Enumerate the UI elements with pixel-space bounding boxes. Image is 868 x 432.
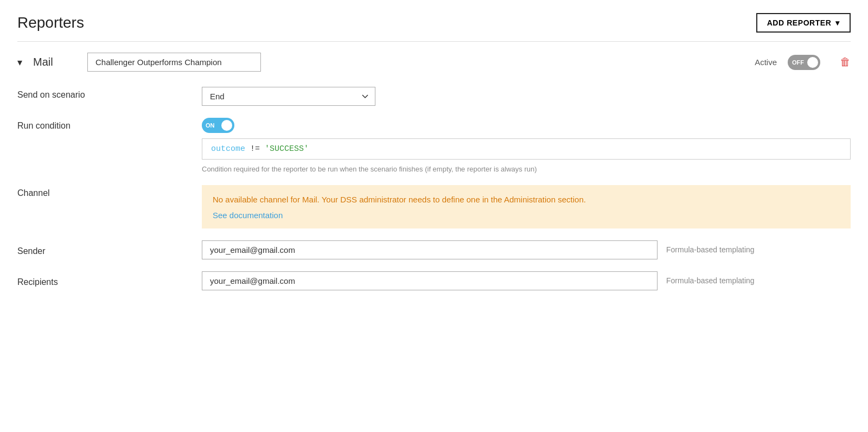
header-divider <box>17 41 851 42</box>
channel-doc-link[interactable]: See documentation <box>213 211 283 220</box>
condition-value: 'SUCCESS' <box>265 144 309 154</box>
condition-code-block: outcome != 'SUCCESS' <box>202 138 851 160</box>
recipients-label: Recipients <box>17 274 202 287</box>
run-condition-toggle-wrapper[interactable]: ON <box>202 118 851 133</box>
recipients-row: Recipients Formula-based templating <box>17 271 851 290</box>
sender-formula-label: Formula-based templating <box>666 245 755 254</box>
send-on-scenario-select[interactable]: End Start Always <box>202 87 375 106</box>
sender-label: Sender <box>17 243 202 256</box>
active-label: Active <box>755 58 777 67</box>
page-container: Reporters ADD REPORTER ▾ ▾ Mail Active O… <box>0 0 868 432</box>
condition-operator: != <box>250 144 265 154</box>
condition-keyword: outcome <box>211 144 245 154</box>
run-condition-content: ON outcome != 'SUCCESS' Condition requir… <box>202 118 851 173</box>
recipients-input-group: Formula-based templating <box>202 271 851 290</box>
collapse-chevron-icon[interactable]: ▾ <box>17 56 22 68</box>
channel-label: Channel <box>17 185 202 198</box>
toggle-off-label: OFF <box>792 59 804 66</box>
channel-row: Channel No available channel for Mail. Y… <box>17 185 851 228</box>
run-condition-toggle-label: ON <box>206 122 215 129</box>
send-on-scenario-label: Send on scenario <box>17 87 202 100</box>
page-header: Reporters ADD REPORTER ▾ <box>17 13 851 33</box>
mail-type-label: Mail <box>33 56 76 68</box>
channel-warning-box: No available channel for Mail. Your DSS … <box>202 185 851 228</box>
run-condition-label: Run condition <box>17 118 202 131</box>
mail-name-input[interactable] <box>87 53 261 72</box>
send-on-scenario-content: End Start Always <box>202 87 851 106</box>
toggle-knob <box>807 57 818 68</box>
sender-input[interactable] <box>202 240 658 259</box>
sender-input-group: Formula-based templating <box>202 240 851 259</box>
condition-hint-text: Condition required for the reporter to b… <box>202 165 851 173</box>
page-title: Reporters <box>17 14 84 31</box>
channel-content: No available channel for Mail. Your DSS … <box>202 185 851 228</box>
sender-row: Sender Formula-based templating <box>17 240 851 259</box>
run-condition-toggle[interactable]: ON <box>202 118 234 133</box>
run-condition-toggle-knob <box>221 120 232 131</box>
channel-warning-text: No available channel for Mail. Your DSS … <box>213 194 840 206</box>
recipients-input[interactable] <box>202 271 658 290</box>
add-reporter-button[interactable]: ADD REPORTER ▾ <box>756 13 851 33</box>
send-on-scenario-row: Send on scenario End Start Always <box>17 87 851 106</box>
run-condition-row: Run condition ON outcome != 'SUCCESS' Co… <box>17 118 851 173</box>
mail-section-header: ▾ Mail Active OFF 🗑 <box>17 53 851 72</box>
active-toggle[interactable]: OFF <box>788 55 820 70</box>
dropdown-arrow-icon: ▾ <box>835 18 840 27</box>
active-toggle-wrapper[interactable]: OFF <box>788 55 820 70</box>
recipients-formula-label: Formula-based templating <box>666 276 755 285</box>
form-section: Send on scenario End Start Always Run co… <box>17 87 851 290</box>
delete-reporter-icon[interactable]: 🗑 <box>840 56 851 68</box>
